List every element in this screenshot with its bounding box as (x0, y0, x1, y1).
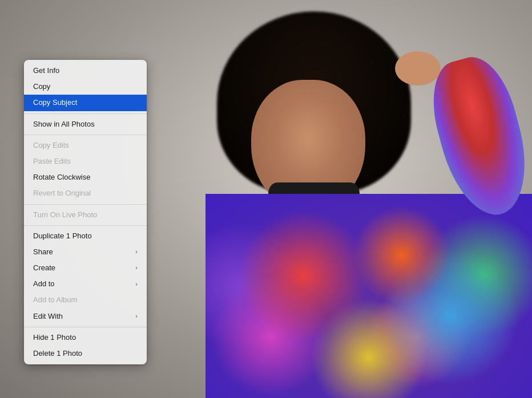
menu-item-label: Copy (33, 82, 50, 92)
submenu-chevron-icon: › (135, 280, 138, 289)
menu-item-label: Add to (33, 279, 55, 289)
menu-separator (24, 204, 147, 205)
menu-item-label: Turn On Live Photo (33, 210, 97, 220)
menu-item-share[interactable]: Share› (24, 244, 147, 260)
menu-item-add-to-album: Add to Album (24, 292, 147, 308)
menu-item-show-in-all-photos[interactable]: Show in All Photos (24, 116, 147, 132)
menu-item-label: Create (33, 263, 55, 273)
menu-item-turn-on-live-photo: Turn On Live Photo (24, 207, 147, 223)
submenu-chevron-icon: › (135, 312, 138, 320)
menu-item-copy[interactable]: Copy (24, 79, 147, 95)
menu-item-label: Add to Album (33, 295, 77, 305)
menu-item-label: Delete 1 Photo (33, 348, 82, 359)
menu-item-get-info[interactable]: Get Info (24, 63, 147, 79)
menu-item-hide-photo[interactable]: Hide 1 Photo (24, 330, 147, 346)
menu-item-label: Rotate Clockwise (33, 172, 90, 182)
menu-separator (24, 327, 147, 327)
menu-item-rotate-clockwise[interactable]: Rotate Clockwise (24, 169, 147, 185)
menu-item-label: Show in All Photos (33, 119, 95, 129)
context-menu: Get InfoCopyCopy SubjectShow in All Phot… (24, 60, 147, 364)
menu-item-label: Paste Edits (33, 156, 71, 166)
menu-item-label: Copy Edits (33, 140, 69, 151)
menu-item-edit-with[interactable]: Edit With› (24, 308, 147, 324)
menu-item-delete-photo[interactable]: Delete 1 Photo (24, 346, 147, 362)
menu-item-revert-to-original: Revert to Original (24, 185, 147, 201)
menu-item-label: Revert to Original (33, 188, 91, 198)
menu-item-label: Get Info (33, 66, 59, 76)
submenu-chevron-icon: › (135, 247, 138, 256)
menu-separator (24, 113, 147, 114)
menu-item-copy-edits: Copy Edits (24, 137, 147, 153)
menu-item-duplicate-photo[interactable]: Duplicate 1 Photo (24, 228, 147, 244)
menu-item-label: Copy Subject (33, 98, 77, 108)
menu-item-add-to[interactable]: Add to› (24, 276, 147, 292)
submenu-chevron-icon: › (135, 263, 138, 272)
menu-item-label: Hide 1 Photo (33, 332, 76, 343)
menu-item-copy-subject[interactable]: Copy Subject (24, 95, 147, 111)
menu-item-create[interactable]: Create› (24, 260, 147, 276)
menu-item-label: Share (33, 247, 53, 257)
menu-item-label: Duplicate 1 Photo (33, 231, 92, 241)
menu-separator (24, 135, 147, 135)
menu-separator (24, 225, 147, 226)
menu-item-paste-edits: Paste Edits (24, 153, 147, 169)
menu-item-label: Edit With (33, 311, 63, 322)
